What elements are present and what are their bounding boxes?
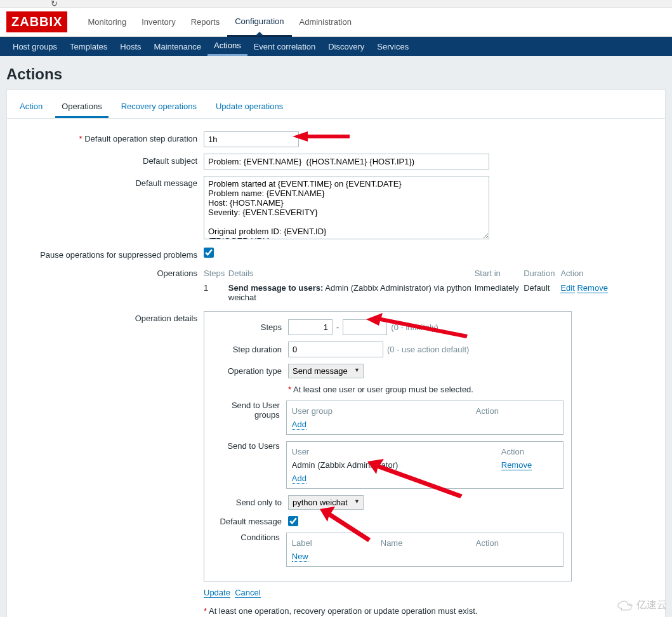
annotation-arrow-icon xyxy=(293,129,356,144)
subnav-hostgroups[interactable]: Host groups xyxy=(6,37,63,56)
od-ugroups-table: User group Action Add xyxy=(286,401,563,435)
u-h2: Action xyxy=(501,447,524,456)
od-steps-label: Steps xyxy=(212,322,288,332)
tab-action[interactable]: Action xyxy=(13,96,49,118)
od-steps-from-input[interactable] xyxy=(288,319,333,335)
u-name: Admin (Zabbix Administrator) xyxy=(292,460,501,470)
operation-details-box: Steps - (0 - infinitely) Step duration (… xyxy=(204,311,572,581)
u-remove-link[interactable]: Remove xyxy=(501,460,532,470)
subject-input[interactable] xyxy=(204,154,489,169)
nav-reports[interactable]: Reports xyxy=(183,8,228,37)
ops-h-startin: Start in xyxy=(475,269,524,278)
subnav-eventcorrelation[interactable]: Event correlation xyxy=(247,37,322,56)
sub-nav: Host groups Templates Hosts Maintenance … xyxy=(0,37,672,56)
browser-bar: ↻ xyxy=(0,0,672,8)
od-dur-hint: (0 - use action default) xyxy=(387,345,469,354)
od-sendonly-label: Send only to xyxy=(212,498,288,507)
od-ugroups-label: Send to User groups xyxy=(212,401,286,420)
u-h1: User xyxy=(292,447,501,456)
tab-recovery[interactable]: Recovery operations xyxy=(115,96,203,118)
ug-h2: Action xyxy=(476,406,552,416)
opdetail-label: Operation details xyxy=(13,311,204,323)
ops-row-details: Send message to users: Admin (Zabbix Adm… xyxy=(228,283,475,302)
od-cond-label: Conditions xyxy=(212,533,286,542)
message-textarea[interactable]: Problem started at {EVENT.TIME} on {EVEN… xyxy=(204,176,489,239)
step-duration-input[interactable] xyxy=(204,131,299,147)
od-type-note: * At least one user or user group must b… xyxy=(288,385,473,394)
ops-row-duration: Default xyxy=(524,283,560,302)
tab-operations[interactable]: Operations xyxy=(55,96,109,118)
operations-table: Steps Details Start in Duration Action 1… xyxy=(204,266,610,305)
operations-label: Operations xyxy=(13,266,204,278)
c-new-link[interactable]: New xyxy=(292,552,308,562)
od-dur-label: Step duration xyxy=(212,345,288,354)
watermark-logo: 亿速云 xyxy=(616,599,667,612)
subnav-discovery[interactable]: Discovery xyxy=(322,37,371,56)
pause-label: Pause operations for suppressed problems xyxy=(13,248,204,260)
od-defmsg-checkbox[interactable] xyxy=(288,516,298,526)
c-h3: Action xyxy=(476,538,499,548)
ops-row: 1 Send message to users: Admin (Zabbix A… xyxy=(204,281,610,305)
od-dur-input[interactable] xyxy=(288,342,383,357)
subnav-hosts[interactable]: Hosts xyxy=(114,37,147,56)
page-title: Actions xyxy=(0,56,672,90)
ops-h-steps: Steps xyxy=(204,269,228,278)
subject-label: Default subject xyxy=(13,154,204,166)
pause-checkbox[interactable] xyxy=(204,248,214,258)
od-steps-to-input[interactable] xyxy=(343,319,387,335)
subnav-templates[interactable]: Templates xyxy=(63,37,114,56)
ops-row-steps: 1 xyxy=(204,283,228,302)
ops-edit-link[interactable]: Edit xyxy=(560,283,574,293)
nav-monitoring[interactable]: Monitoring xyxy=(80,8,134,37)
ops-row-startin: Immediately xyxy=(475,283,524,302)
top-nav: ZABBIX Monitoring Inventory Reports Conf… xyxy=(0,8,672,37)
subnav-services[interactable]: Services xyxy=(371,37,415,56)
nav-inventory[interactable]: Inventory xyxy=(134,8,183,37)
svg-marker-0 xyxy=(293,131,350,142)
ug-h1: User group xyxy=(292,406,476,416)
c-h1: Label xyxy=(292,538,381,548)
step-duration-label: * Default operation step duration xyxy=(13,131,204,143)
nav-configuration[interactable]: Configuration xyxy=(227,8,291,37)
subnav-maintenance[interactable]: Maintenance xyxy=(148,37,208,56)
ug-add-link[interactable]: Add xyxy=(292,420,306,430)
logo[interactable]: ZABBIX xyxy=(6,11,67,32)
tab-update[interactable]: Update operations xyxy=(209,96,289,118)
tabs: Action Operations Recovery operations Up… xyxy=(7,90,665,119)
od-sendonly-select[interactable]: python weichat xyxy=(288,495,364,510)
od-steps-hint: (0 - infinitely) xyxy=(391,322,438,332)
ops-remove-link[interactable]: Remove xyxy=(577,283,607,293)
od-users-table: User Action Admin (Zabbix Administrator)… xyxy=(286,441,563,489)
subnav-actions[interactable]: Actions xyxy=(208,37,247,56)
c-h2: Name xyxy=(381,538,476,548)
form-area: * Default operation step duration Defaul… xyxy=(7,119,665,617)
message-label: Default message xyxy=(13,176,204,188)
nav-administration[interactable]: Administration xyxy=(292,8,359,37)
od-cond-table: Label Name Action New xyxy=(286,533,563,567)
cancel-link[interactable]: Cancel xyxy=(235,588,260,598)
od-type-select[interactable]: Send message xyxy=(288,364,364,378)
update-link[interactable]: Update xyxy=(204,588,230,598)
ops-h-details: Details xyxy=(228,269,475,278)
cloud-icon xyxy=(616,600,634,611)
bottom-note: * At least one operation, recovery opera… xyxy=(204,606,572,616)
ops-h-action: Action xyxy=(560,269,610,278)
od-users-label: Send to Users xyxy=(212,441,286,451)
reload-icon[interactable]: ↻ xyxy=(51,0,60,8)
od-type-label: Operation type xyxy=(212,366,288,376)
ops-h-duration: Duration xyxy=(524,269,560,278)
od-defmsg-label: Default message xyxy=(212,517,288,526)
content-panel: Action Operations Recovery operations Up… xyxy=(6,90,666,617)
u-add-link[interactable]: Add xyxy=(292,474,306,484)
